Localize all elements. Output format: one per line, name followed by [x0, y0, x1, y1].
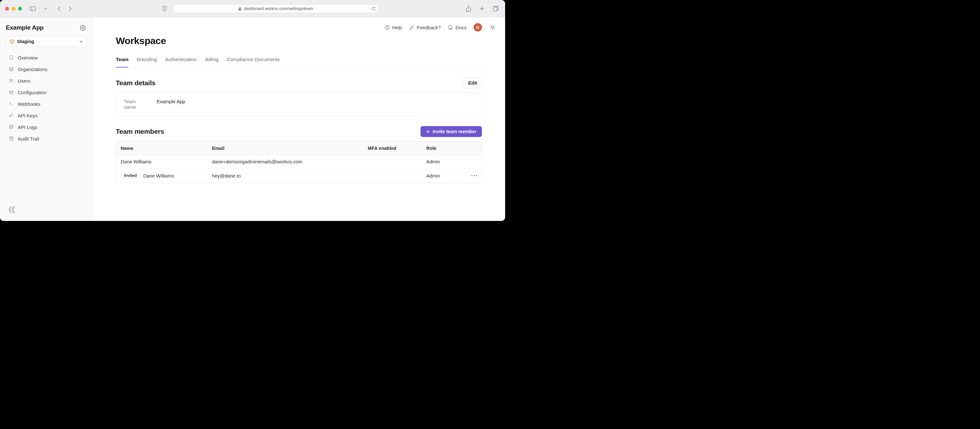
- sidebar-item-overview[interactable]: Overview: [6, 52, 86, 63]
- sidebar-item-label: API Keys: [18, 113, 38, 118]
- sidebar-item-label: API Logs: [18, 124, 37, 130]
- table-row: Invited Dane Williams hey@dane.to Admin: [116, 168, 482, 183]
- team-details-section: Team details Edit Team name Example App: [116, 78, 482, 116]
- sidebar-item-configuration[interactable]: Configuration: [6, 87, 86, 98]
- svg-point-40: [474, 175, 474, 176]
- sidebar-item-organizations[interactable]: Organizations: [6, 64, 86, 75]
- archive-icon: [8, 136, 14, 141]
- new-tab-button[interactable]: [477, 4, 487, 13]
- app-name: Example App: [6, 24, 43, 31]
- help-link[interactable]: Help: [385, 25, 402, 30]
- address-bar[interactable]: dashboard.workos.com/settings/team: [173, 4, 379, 13]
- page-title: Workspace: [116, 35, 482, 46]
- svg-line-21: [12, 114, 13, 114]
- sidebar-item-users[interactable]: Users: [6, 75, 86, 86]
- svg-point-41: [476, 175, 477, 176]
- tab-branding[interactable]: Branding: [137, 53, 157, 67]
- sidebar-toggle-button[interactable]: [28, 4, 37, 13]
- svg-rect-23: [10, 137, 13, 138]
- row-actions-button[interactable]: [464, 175, 477, 176]
- forward-button[interactable]: [66, 4, 75, 13]
- svg-point-19: [10, 115, 11, 117]
- sidebar-item-api-logs[interactable]: API Logs: [6, 122, 86, 132]
- member-name: Dane Williams: [143, 173, 174, 178]
- tab-authentication[interactable]: Authentication: [165, 53, 197, 67]
- reload-icon[interactable]: [371, 6, 376, 11]
- sidebar-item-label: Overview: [18, 55, 38, 60]
- plus-icon: [426, 130, 430, 134]
- share-button[interactable]: [464, 4, 473, 13]
- invite-member-button[interactable]: Invite team member: [420, 126, 482, 137]
- avatar-initial: D: [476, 25, 479, 30]
- svg-point-11: [12, 79, 13, 80]
- table-header: Name Email MFA enabled Role: [116, 142, 482, 155]
- team-details-card: Team name Example App: [116, 93, 482, 116]
- invited-badge: Invited: [121, 172, 140, 179]
- help-icon: [385, 25, 390, 30]
- main-content: Help Feedback? Docs D Workspace: [93, 17, 505, 221]
- book-icon: [448, 25, 453, 30]
- sidebar-item-label: Webhooks: [18, 101, 41, 107]
- docs-link[interactable]: Docs: [448, 25, 466, 30]
- sidebar-item-api-keys[interactable]: API Keys: [6, 110, 86, 121]
- col-header-role: Role: [426, 146, 464, 151]
- tab-compliance[interactable]: Compliance Documents: [227, 53, 280, 67]
- svg-rect-3: [239, 8, 241, 11]
- toolbar-dropdown-button[interactable]: [41, 4, 50, 13]
- lock-icon: [238, 7, 242, 11]
- url-text: dashboard.workos.com/settings/team: [244, 6, 313, 11]
- tabs-overview-button[interactable]: [491, 4, 500, 13]
- svg-line-36: [494, 25, 495, 26]
- button-label: Invite team member: [433, 129, 476, 134]
- workos-logo: [6, 203, 18, 216]
- sidebar-item-label: Organizations: [18, 67, 48, 72]
- docs-label: Docs: [456, 25, 466, 30]
- svg-point-7: [82, 27, 84, 29]
- key-icon: [8, 113, 14, 118]
- cube-icon: [10, 39, 14, 44]
- theme-toggle[interactable]: [489, 24, 496, 31]
- feedback-link[interactable]: Feedback?: [409, 25, 441, 30]
- close-window-button[interactable]: [5, 7, 9, 11]
- svg-point-17: [12, 91, 13, 92]
- app-body: Example App Staging Overview: [0, 17, 505, 221]
- logs-icon: [8, 124, 14, 130]
- svg-rect-0: [30, 6, 36, 11]
- tab-label: Authentication: [165, 57, 197, 62]
- tab-label: Compliance Documents: [227, 57, 280, 62]
- svg-point-22: [10, 125, 13, 126]
- workspace-settings-button[interactable]: [79, 24, 86, 32]
- tab-team[interactable]: Team: [116, 53, 128, 68]
- tab-billing[interactable]: Billing: [205, 53, 218, 67]
- environment-selector[interactable]: Staging: [6, 36, 86, 47]
- col-header-name: Name: [121, 146, 212, 151]
- environment-name: Staging: [17, 39, 34, 44]
- svg-point-13: [10, 91, 10, 92]
- users-icon: [8, 78, 14, 84]
- sidebar-item-label: Users: [18, 78, 30, 84]
- team-name-value: Example App: [157, 99, 185, 110]
- window-traffic-lights: [5, 7, 22, 11]
- team-members-section: Team members Invite team member Name Ema…: [116, 126, 482, 183]
- sidebar-nav: Overview Organizations Users Configurati…: [6, 52, 86, 144]
- tab-label: Billing: [205, 57, 218, 62]
- minimize-window-button[interactable]: [11, 7, 16, 11]
- svg-point-28: [492, 26, 494, 29]
- sidebar-item-audit-trail[interactable]: Audit Trail: [6, 133, 86, 144]
- bookmark-icon: [8, 55, 14, 60]
- sidebar-item-webhooks[interactable]: Webhooks: [6, 99, 86, 109]
- section-title: Team details: [116, 79, 155, 87]
- maximize-window-button[interactable]: [18, 7, 22, 11]
- member-email: hey@dane.to: [212, 173, 368, 178]
- pen-icon: [409, 25, 415, 30]
- col-header-email: Email: [212, 146, 368, 151]
- member-role: Admin: [426, 173, 464, 178]
- user-avatar[interactable]: D: [474, 23, 482, 32]
- svg-line-33: [491, 25, 491, 26]
- team-members-table: Name Email MFA enabled Role Dane William…: [116, 141, 482, 183]
- member-email: dane+demoorgadminemails@workos.com: [212, 159, 368, 164]
- sliders-icon: [8, 89, 14, 95]
- back-button[interactable]: [55, 4, 64, 13]
- edit-team-button[interactable]: Edit: [464, 78, 482, 88]
- privacy-shield-icon[interactable]: [160, 4, 169, 13]
